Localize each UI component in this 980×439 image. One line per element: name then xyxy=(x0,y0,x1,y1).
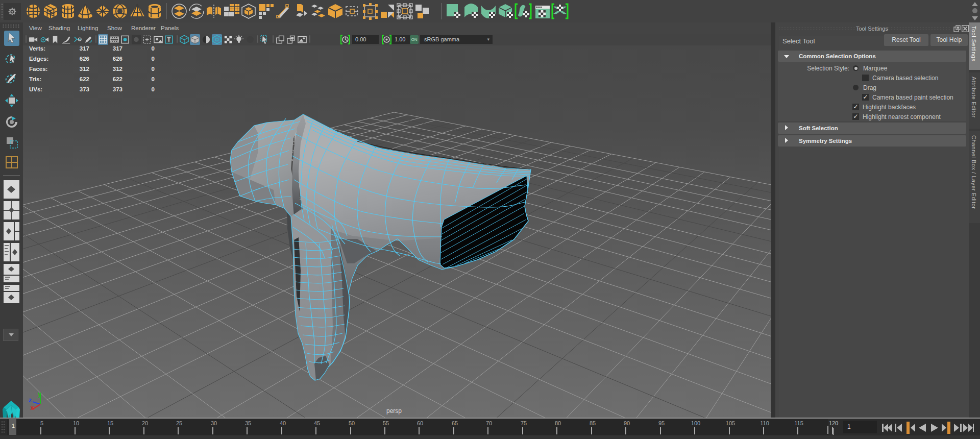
svg-text:x: x xyxy=(31,404,34,411)
svg-text:y: y xyxy=(38,391,41,398)
svg-text:z: z xyxy=(29,397,32,404)
